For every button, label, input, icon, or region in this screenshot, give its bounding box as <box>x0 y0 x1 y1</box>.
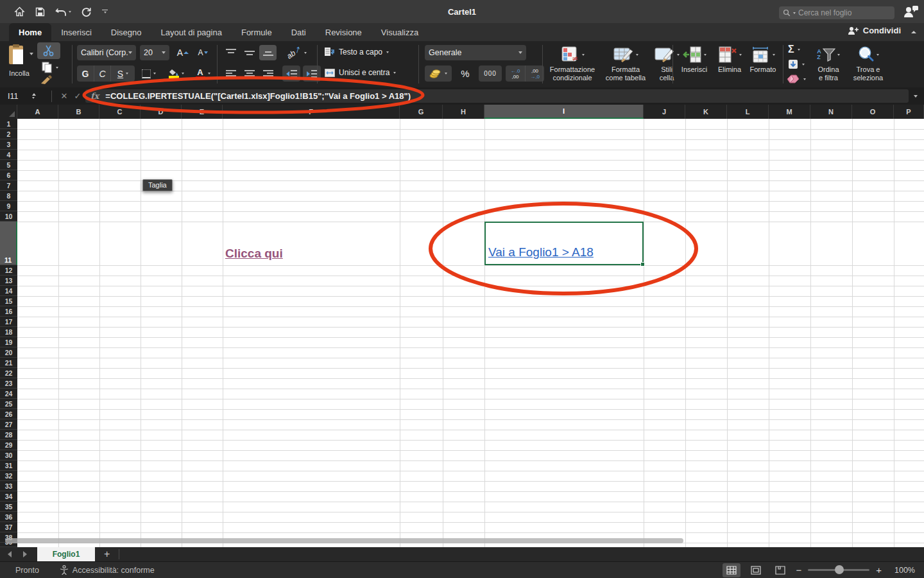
column-header-I[interactable]: I <box>484 105 644 119</box>
select-all-corner[interactable] <box>0 105 17 119</box>
row-header-6[interactable]: 6 <box>0 170 17 180</box>
search-scope-caret[interactable] <box>793 12 796 14</box>
prev-sheet-icon[interactable] <box>8 551 12 557</box>
row-header-35[interactable]: 35 <box>0 502 17 512</box>
format-cells-button[interactable]: Formato <box>746 44 780 74</box>
next-sheet-icon[interactable] <box>23 551 27 557</box>
column-header-C[interactable]: C <box>99 105 141 119</box>
zoom-percentage[interactable]: 100% <box>888 566 915 575</box>
accessibility-status[interactable]: Accessibilità: conforme <box>60 565 155 575</box>
copy-button[interactable] <box>41 62 58 73</box>
formula-bar-expand-caret[interactable] <box>914 95 918 98</box>
merge-center-button[interactable]: Unisci e centra <box>325 68 396 77</box>
delete-cells-button[interactable]: Elimina <box>714 44 746 74</box>
home-icon[interactable] <box>14 6 25 17</box>
row-header-19[interactable]: 19 <box>0 337 17 347</box>
column-header-K[interactable]: K <box>685 105 727 119</box>
undo-button[interactable] <box>55 7 71 17</box>
column-header-G[interactable]: G <box>400 105 443 119</box>
row-header-32[interactable]: 32 <box>0 471 17 481</box>
currency-button[interactable] <box>425 66 452 82</box>
row-header-13[interactable]: 13 <box>0 276 17 286</box>
borders-button[interactable] <box>137 66 160 82</box>
column-header-P[interactable]: P <box>894 105 924 119</box>
align-top-button[interactable] <box>222 45 239 60</box>
orientation-button[interactable]: ab↗ <box>282 45 311 60</box>
format-painter-button[interactable] <box>40 74 53 87</box>
zoom-slider[interactable] <box>808 569 869 571</box>
row-header-33[interactable]: 33 <box>0 481 17 491</box>
cell-I11-selected[interactable]: Vai a Foglio1 > A18 <box>484 222 644 265</box>
tab-visualizza[interactable]: Visualizza <box>372 23 428 41</box>
cancel-entry-icon[interactable]: ✕ <box>57 91 71 101</box>
save-icon[interactable] <box>35 7 45 17</box>
hyperlink-vai-a-foglio1[interactable]: Vai a Foglio1 > A18 <box>486 245 594 264</box>
row-header-21[interactable]: 21 <box>0 358 17 368</box>
tab-disegno[interactable]: Disegno <box>101 23 151 41</box>
row-header-9[interactable]: 9 <box>0 201 17 211</box>
zoom-slider-thumb[interactable] <box>835 565 844 574</box>
tab-layout-di-pagina[interactable]: Layout di pagina <box>151 23 232 41</box>
row-header-12[interactable]: 12 <box>0 265 17 276</box>
row-header-4[interactable]: 4 <box>0 150 17 160</box>
insert-cells-button[interactable]: Inserisci <box>676 44 712 74</box>
tab-inserisci[interactable]: Inserisci <box>51 23 101 41</box>
redo-icon[interactable] <box>81 6 92 17</box>
underline-button[interactable]: S <box>110 66 135 82</box>
tab-dati[interactable]: Dati <box>282 23 316 41</box>
copy-dropdown-caret[interactable] <box>56 67 58 69</box>
share-button[interactable]: Condividi <box>848 26 901 35</box>
row-header-26[interactable]: 26 <box>0 409 17 419</box>
row-header-28[interactable]: 28 <box>0 430 17 440</box>
align-left-button[interactable] <box>222 66 239 82</box>
column-header-F[interactable]: F <box>223 105 400 119</box>
quick-access-customize-icon[interactable] <box>102 10 108 14</box>
collapse-ribbon-icon[interactable] <box>911 31 916 33</box>
zoom-out-button[interactable]: − <box>796 565 801 575</box>
cut-button[interactable] <box>37 42 60 59</box>
row-header-14[interactable]: 14 <box>0 286 17 296</box>
row-header-34[interactable]: 34 <box>0 491 17 502</box>
bold-button[interactable]: G <box>77 66 94 82</box>
horizontal-scrollbar[interactable] <box>5 538 683 543</box>
confirm-entry-icon[interactable]: ✓ <box>71 91 84 101</box>
hyperlink-clicca-qui[interactable]: Clicca qui <box>223 247 283 265</box>
spreadsheet-grid[interactable]: ABCDEFGHIJKLMNOP 12345678910111213141516… <box>0 105 924 547</box>
row-header-2[interactable]: 2 <box>0 129 17 139</box>
column-header-J[interactable]: J <box>644 105 685 119</box>
autosum-button[interactable]: Σ <box>788 44 800 55</box>
row-header-1[interactable]: 1 <box>0 119 17 129</box>
paste-button[interactable] <box>8 44 26 68</box>
row-header-18[interactable]: 18 <box>0 327 17 337</box>
row-header-31[interactable]: 31 <box>0 460 17 471</box>
row-header-15[interactable]: 15 <box>0 296 17 306</box>
comments-person-icon[interactable] <box>902 4 919 21</box>
row-header-25[interactable]: 25 <box>0 399 17 409</box>
row-header-20[interactable]: 20 <box>0 347 17 358</box>
number-format-select[interactable]: Generale <box>425 45 526 60</box>
row-header-24[interactable]: 24 <box>0 389 17 399</box>
row-header-5[interactable]: 5 <box>0 160 17 170</box>
row-header-10[interactable]: 10 <box>0 211 17 222</box>
align-right-button[interactable] <box>259 66 277 82</box>
row-header-7[interactable]: 7 <box>0 180 17 191</box>
column-header-B[interactable]: B <box>58 105 99 119</box>
normal-view-button[interactable] <box>723 563 740 577</box>
tab-revisione[interactable]: Revisione <box>316 23 372 41</box>
name-box-spinner[interactable] <box>32 93 36 99</box>
increase-indent-button[interactable] <box>303 66 321 82</box>
align-middle-button[interactable] <box>241 45 258 60</box>
row-header-8[interactable]: 8 <box>0 191 17 201</box>
tab-home[interactable]: Home <box>9 23 51 41</box>
percent-button[interactable]: % <box>456 66 475 82</box>
formula-input[interactable]: fx =COLLEG.IPERTESTUALE("[Cartel1.xlsx]F… <box>85 89 909 103</box>
row-header-30[interactable]: 30 <box>0 450 17 460</box>
increase-decimal-button[interactable]: ←.0 ,00 <box>506 66 525 82</box>
italic-button[interactable]: C <box>94 66 110 82</box>
align-center-button[interactable] <box>241 66 258 82</box>
decrease-indent-button[interactable] <box>282 66 300 82</box>
find-select-button[interactable]: Trova eseleziona <box>848 44 888 82</box>
sheet-tab-foglio1[interactable]: Foglio1 <box>37 547 95 561</box>
row-header-37[interactable]: 37 <box>0 522 17 532</box>
row-header-22[interactable]: 22 <box>0 368 17 378</box>
